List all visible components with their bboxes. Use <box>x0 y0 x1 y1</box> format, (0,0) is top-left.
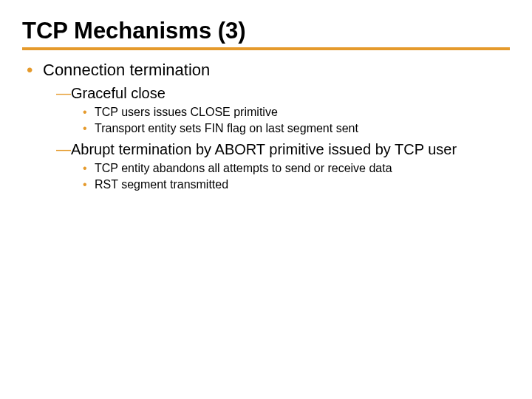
dash-icon: — <box>56 84 71 102</box>
list-item-text: TCP users issues CLOSE primitive <box>95 106 278 118</box>
bullet-list-level-2: — Graceful close • TCP users issues CLOS… <box>43 84 510 192</box>
list-item-text: Graceful close <box>71 85 166 101</box>
bullet-icon: • <box>83 177 87 192</box>
bullet-list-level-3: • TCP users issues CLOSE primitive • Tra… <box>71 105 510 136</box>
bullet-list-level-1: • Connection termination — Graceful clos… <box>22 61 510 192</box>
bullet-list-level-3: • TCP entity abandons all attempts to se… <box>71 161 510 192</box>
list-item-text: Connection termination <box>43 61 210 79</box>
list-item-text: RST segment transmitted <box>95 178 228 191</box>
list-item-text: Transport entity sets FIN flag on last s… <box>95 122 358 134</box>
bullet-icon: • <box>27 61 33 80</box>
bullet-icon: • <box>83 121 87 136</box>
bullet-icon: • <box>83 105 87 120</box>
list-item: • Connection termination — Graceful clos… <box>25 61 510 192</box>
list-item: • RST segment transmitted <box>83 177 510 192</box>
slide-title: TCP Mechanisms (3) <box>22 18 510 50</box>
dash-icon: — <box>56 140 71 158</box>
list-item-text: TCP entity abandons all attempts to send… <box>95 162 392 174</box>
list-item: — Abrupt termination by ABORT primitive … <box>56 140 510 192</box>
slide: TCP Mechanisms (3) • Connection terminat… <box>0 0 532 399</box>
list-item-text: Abrupt termination by ABORT primitive is… <box>71 141 457 157</box>
list-item: • TCP entity abandons all attempts to se… <box>83 161 510 176</box>
bullet-icon: • <box>83 161 87 176</box>
list-item: — Graceful close • TCP users issues CLOS… <box>56 84 510 136</box>
list-item: • TCP users issues CLOSE primitive <box>83 105 510 120</box>
list-item: • Transport entity sets FIN flag on last… <box>83 121 510 136</box>
